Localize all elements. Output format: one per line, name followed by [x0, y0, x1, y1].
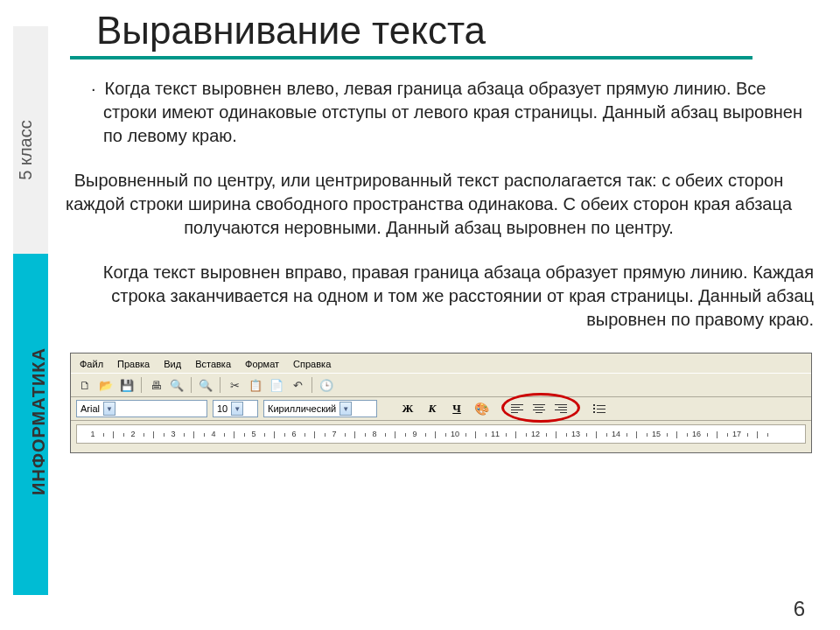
ruler-number: 16 [692, 430, 701, 438]
bold-button[interactable]: Ж [398, 400, 417, 417]
menu-view[interactable]: Вид [158, 357, 186, 371]
font-size-combo[interactable]: 10 ▼ [213, 400, 258, 417]
charset-combo[interactable]: Кириллический ▼ [263, 400, 377, 417]
color-picker-icon[interactable]: 🎨 [472, 400, 491, 417]
ruler-number: 8 [372, 430, 376, 438]
ruler-scale: 1234567891011121314151617 [86, 425, 805, 443]
ruler-number: 4 [211, 430, 215, 438]
dropdown-arrow-icon[interactable]: ▼ [103, 402, 116, 416]
ruler-number: 6 [291, 430, 296, 438]
datetime-icon[interactable]: 🕒 [318, 376, 335, 394]
charset-value: Кириллический [268, 403, 336, 414]
ruler-number: 14 [612, 430, 620, 438]
ruler-number: 3 [171, 430, 175, 438]
font-name-value: Arial [80, 403, 100, 414]
dropdown-arrow-icon[interactable]: ▼ [231, 402, 243, 416]
ruler-number: 1 [90, 430, 94, 438]
paragraph-right-aligned: Когда текст выровнен вправо, правая гран… [79, 261, 814, 332]
separator [220, 377, 220, 393]
ruler-number: 10 [451, 430, 459, 438]
sidebar-class-block: 5 класс [13, 26, 48, 254]
open-file-icon[interactable]: 📂 [97, 376, 115, 394]
menu-help[interactable]: Справка [288, 357, 336, 371]
slide-content: Выравнивание текста Когда текст выровнен… [70, 9, 822, 453]
menu-file[interactable]: Файл [74, 357, 108, 371]
menu-format[interactable]: Формат [240, 357, 284, 371]
ruler-number: 7 [332, 430, 336, 438]
new-file-icon[interactable]: 🗋 [76, 376, 94, 394]
font-name-combo[interactable]: Arial ▼ [76, 400, 207, 417]
font-size-value: 10 [217, 403, 228, 414]
italic-button[interactable]: К [423, 400, 442, 417]
underline-button[interactable]: Ч [447, 400, 466, 417]
class-label: 5 класс [16, 120, 36, 179]
undo-icon[interactable]: ↶ [289, 376, 306, 394]
align-left-button[interactable] [508, 400, 528, 417]
menu-insert[interactable]: Вставка [190, 357, 236, 371]
separator [191, 377, 192, 393]
copy-icon[interactable]: 📋 [247, 376, 264, 394]
print-preview-icon[interactable]: 🔍 [168, 376, 186, 394]
dropdown-arrow-icon[interactable]: ▼ [340, 402, 352, 416]
sidebar-subject-block: ИНФОРМАТИКА [13, 254, 48, 595]
ruler-number: 9 [412, 430, 416, 438]
subject-label: ИНФОРМАТИКА [29, 347, 49, 495]
bullets-button[interactable] [591, 400, 610, 417]
alignment-group [508, 400, 570, 417]
ruler-number: 13 [571, 430, 580, 438]
paragraph-center-aligned: Выровненный по центру, или центрированны… [44, 169, 814, 240]
ruler-number: 5 [251, 430, 256, 438]
ruler-number: 17 [732, 430, 741, 438]
wordpad-window: Файл Правка Вид Вставка Формат Справка 🗋… [70, 353, 812, 453]
find-icon[interactable]: 🔍 [197, 376, 214, 394]
menu-bar: Файл Правка Вид Вставка Формат Справка [71, 355, 811, 373]
align-right-button[interactable] [550, 400, 570, 417]
separator [141, 377, 142, 393]
paragraph-left-aligned: Когда текст выровнен влево, левая границ… [91, 77, 814, 148]
page-number: 6 [794, 597, 805, 621]
standard-toolbar: 🗋 📂 💾 🖶 🔍 🔍 ✂ 📋 📄 ↶ 🕒 [71, 373, 811, 397]
save-icon[interactable]: 💾 [118, 376, 136, 394]
ruler-number: 11 [491, 430, 500, 438]
slide-title: Выравнивание текста [96, 9, 822, 52]
print-icon[interactable]: 🖶 [147, 376, 164, 394]
menu-edit[interactable]: Правка [112, 357, 155, 371]
cut-icon[interactable]: ✂ [226, 376, 243, 394]
format-toolbar: Arial ▼ 10 ▼ Кириллический ▼ Ж К Ч 🎨 [71, 397, 811, 421]
align-center-button[interactable] [529, 400, 549, 417]
ruler[interactable]: 1234567891011121314151617 [76, 424, 806, 444]
ruler-number: 2 [130, 430, 135, 438]
sidebar: 5 класс ИНФОРМАТИКА [13, 26, 48, 595]
ruler-number: 12 [531, 430, 540, 438]
title-underline [70, 56, 752, 60]
separator [312, 377, 312, 393]
paste-icon[interactable]: 📄 [268, 376, 285, 394]
ruler-number: 15 [652, 430, 661, 438]
